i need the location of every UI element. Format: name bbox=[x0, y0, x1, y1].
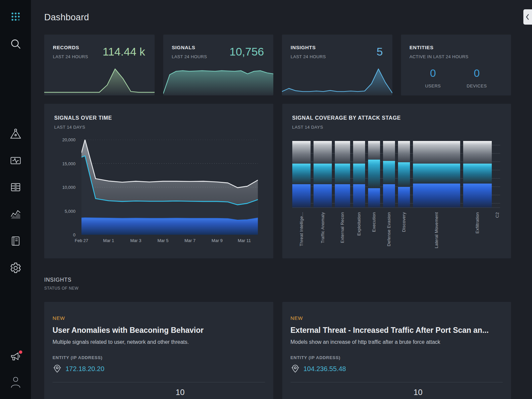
devices-count-label: DEVICES bbox=[467, 83, 487, 88]
sidebar-item-detections[interactable] bbox=[9, 127, 22, 141]
bar-column: Discovery bbox=[398, 141, 410, 252]
signals-over-time-plot bbox=[81, 140, 258, 235]
bar-segment-bottom-blue bbox=[383, 184, 395, 207]
divider bbox=[53, 382, 265, 382]
insight-stat-value: 10 bbox=[414, 388, 503, 397]
bar-column: Threat Intellige... bbox=[292, 141, 311, 252]
panel-title: SIGNALS OVER TIME bbox=[54, 115, 263, 121]
bar-category-label: Execution bbox=[368, 207, 380, 252]
y-axis-tick-label: 20,000 bbox=[62, 137, 75, 142]
bar-segment-bottom-blue bbox=[463, 184, 492, 207]
search-button[interactable] bbox=[9, 37, 22, 51]
bar-column: Exploitation bbox=[353, 141, 365, 252]
bar-category-label: Traffic Anomaly bbox=[314, 207, 332, 252]
x-axis-tick-label: Mar 7 bbox=[185, 238, 196, 243]
users-count-label: USERS bbox=[425, 83, 441, 88]
bar-segment-middle-cyan bbox=[368, 160, 380, 188]
bar-category-label: External Recon bbox=[335, 207, 350, 252]
bar-category-label: Threat Intellige... bbox=[292, 207, 311, 252]
sidebar-item-reports[interactable] bbox=[9, 234, 22, 248]
sidebar-item-signals[interactable] bbox=[9, 154, 22, 167]
insight-stat-value: 10 bbox=[176, 388, 265, 397]
bar-segment-bottom-blue bbox=[413, 184, 460, 207]
bar-column: Lateral Movement bbox=[413, 141, 460, 252]
entity-ip-label: ENTITY (IP ADDRESS) bbox=[291, 355, 503, 360]
records-sparkline bbox=[44, 66, 155, 95]
entity-ip-link[interactable]: 172.18.20.20 bbox=[66, 365, 104, 373]
bar-segment-middle-cyan bbox=[335, 164, 350, 184]
insight-title: External Threat - Increased Traffic Afte… bbox=[291, 326, 503, 335]
bar-segment-bottom-blue bbox=[335, 184, 350, 207]
bar-segment-bottom-blue bbox=[292, 184, 311, 207]
chevron-left-icon bbox=[525, 11, 531, 23]
notification-badge bbox=[19, 350, 22, 354]
bar-segment-top-gray bbox=[413, 141, 460, 164]
insights-sparkline bbox=[282, 66, 392, 95]
insights-subheading: STATUS OF NEW bbox=[44, 286, 511, 291]
signals-sparkline bbox=[163, 66, 274, 95]
bar-segment-middle-cyan bbox=[413, 164, 460, 184]
signals-over-time-svg bbox=[81, 140, 258, 235]
bar-segment-middle-cyan bbox=[314, 164, 332, 184]
signals-over-time-ylabels: 05,00010,00015,00020,000 bbox=[54, 140, 78, 235]
bar-column: Exfiltration bbox=[463, 141, 492, 252]
users-count: 0 USERS bbox=[425, 67, 441, 88]
collapse-panel-button[interactable] bbox=[523, 9, 532, 25]
sidebar-item-records[interactable] bbox=[9, 181, 22, 194]
x-axis-tick-label: Mar 5 bbox=[157, 238, 168, 243]
bar-segment-middle-cyan bbox=[353, 164, 365, 184]
stat-label: RECORDS bbox=[53, 45, 88, 50]
sidebar-item-analytics[interactable] bbox=[9, 208, 22, 221]
journal-book-icon bbox=[10, 235, 22, 247]
entity-counts: 0 USERS 0 DEVICES bbox=[401, 67, 511, 88]
triangle-detect-icon bbox=[10, 128, 22, 140]
bar-segment-top-gray bbox=[398, 141, 410, 162]
bar-column: Execution bbox=[368, 141, 380, 252]
user-profile-icon bbox=[9, 376, 22, 392]
y-axis-tick-label: 10,000 bbox=[62, 185, 75, 190]
server-drawers-icon bbox=[10, 181, 22, 193]
insight-description: Multiple signals related to user, networ… bbox=[53, 339, 265, 345]
panel-subtitle: LAST 14 DAYS bbox=[292, 125, 501, 130]
devices-count: 0 DEVICES bbox=[467, 67, 487, 88]
stat-sublabel: LAST 24 HOURS bbox=[291, 54, 326, 59]
x-axis-tick-label: Mar 9 bbox=[211, 238, 222, 243]
insight-card-user-anomalies[interactable]: NEW User Anomalies with Beaconing Behavi… bbox=[44, 302, 273, 399]
sidebar-item-account[interactable] bbox=[9, 377, 22, 391]
new-badge: NEW bbox=[53, 315, 265, 321]
records-value: 114.44 k bbox=[103, 45, 145, 59]
y-axis-tick-label: 5,000 bbox=[65, 208, 75, 213]
bar-segment-bottom-blue bbox=[353, 184, 365, 207]
x-axis-tick-label: Feb 27 bbox=[75, 238, 88, 243]
sidebar-item-announcements[interactable] bbox=[9, 350, 22, 363]
bar-segment-top-gray bbox=[292, 141, 311, 164]
insights-section-header: INSIGHTS STATUS OF NEW bbox=[44, 277, 511, 291]
bar-category-label: Exploitation bbox=[353, 207, 365, 252]
bar-segment-top-gray bbox=[383, 141, 395, 161]
logo-dots-icon bbox=[10, 11, 22, 23]
bar-segment-top-gray bbox=[314, 141, 332, 164]
stat-sublabel: LAST 24 HOURS bbox=[172, 54, 207, 59]
insights-heading: INSIGHTS bbox=[44, 277, 511, 283]
bar-column: Defense Evasion bbox=[383, 141, 395, 252]
users-count-value: 0 bbox=[425, 67, 441, 79]
bar-segment-top-gray bbox=[368, 141, 380, 160]
app-logo[interactable] bbox=[9, 10, 22, 23]
insights-value: 5 bbox=[377, 45, 383, 59]
x-axis-tick-label: Mar 3 bbox=[130, 238, 141, 243]
entity-ip-label: ENTITY (IP ADDRESS) bbox=[53, 355, 265, 360]
bar-segment-bottom-blue bbox=[398, 187, 410, 207]
bar-segment-bottom-blue bbox=[314, 184, 332, 207]
y-axis-tick-label: 15,000 bbox=[62, 161, 75, 166]
trend-chart-icon bbox=[10, 208, 22, 220]
entity-ip-link[interactable]: 104.236.55.48 bbox=[304, 365, 346, 373]
coverage-chart: Threat Intellige...Traffic AnomalyExtern… bbox=[292, 141, 501, 252]
main-content: Dashboard RECORDS LAST 24 HOURS 114.44 k… bbox=[31, 0, 532, 399]
location-pin-icon bbox=[291, 364, 300, 373]
sidebar-item-settings[interactable] bbox=[9, 261, 22, 275]
panel-title: SIGNAL COVERAGE BY ATTACK STAGE bbox=[292, 115, 501, 121]
insight-cards-row: NEW User Anomalies with Beaconing Behavi… bbox=[44, 302, 511, 399]
x-axis-tick-label: Mar 11 bbox=[238, 238, 251, 243]
insight-card-external-threat[interactable]: NEW External Threat - Increased Traffic … bbox=[282, 302, 511, 399]
bar-segment-bottom-blue bbox=[368, 188, 380, 207]
